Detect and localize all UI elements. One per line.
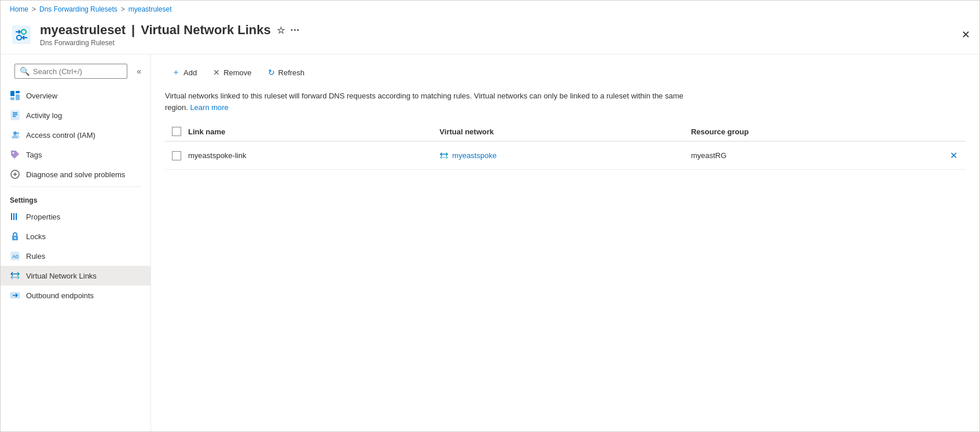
sidebar-item-vnet-links[interactable]: Virtual Network Links — [1, 266, 151, 285]
breadcrumb-home[interactable]: Home — [10, 5, 28, 13]
title-separator: | — [131, 23, 135, 38]
more-options-icon[interactable]: ··· — [291, 25, 300, 35]
properties-label: Properties — [26, 213, 60, 221]
svg-text:A0: A0 — [12, 254, 19, 259]
page-header: myeastruleset | Virtual Network Links ☆ … — [1, 18, 979, 54]
sidebar-item-activity-log[interactable]: Activity log — [1, 105, 151, 125]
overview-icon — [10, 90, 20, 101]
description-body: Virtual networks linked to this ruleset … — [165, 91, 684, 112]
table-header: Link name Virtual network Resource group — [165, 122, 966, 142]
iam-icon — [10, 130, 20, 140]
svg-rect-3 — [10, 91, 14, 96]
description-text: Virtual networks linked to this ruleset … — [165, 90, 686, 113]
dns-icon — [11, 24, 32, 45]
header-title-block: myeastruleset | Virtual Network Links ☆ … — [40, 23, 961, 47]
select-all-checkbox[interactable] — [172, 127, 181, 136]
resource-icon — [10, 23, 33, 46]
sidebar-item-diagnose[interactable]: Diagnose and solve problems — [1, 164, 151, 184]
locks-icon — [10, 231, 20, 241]
col-resource-group: Resource group — [691, 127, 942, 136]
add-label: Add — [183, 68, 197, 77]
sidebar: 🔍 « Overview Activity log — [1, 54, 151, 431]
iam-label: Access control (IAM) — [26, 131, 96, 140]
diagnose-label: Diagnose and solve problems — [26, 170, 125, 179]
main-layout: 🔍 « Overview Activity log — [1, 54, 979, 431]
svg-rect-7 — [11, 111, 19, 120]
svg-rect-18 — [13, 213, 14, 220]
breadcrumb: Home > Dns Forwarding Rulesets > myeastr… — [1, 1, 979, 18]
svg-rect-5 — [10, 97, 14, 100]
row-checkbox[interactable] — [172, 151, 181, 160]
breadcrumb-current[interactable]: myeastruleset — [129, 5, 172, 13]
delete-row-button[interactable]: ✕ — [948, 148, 960, 163]
favorite-icon[interactable]: ☆ — [277, 25, 285, 36]
sidebar-item-tags[interactable]: Tags — [1, 145, 151, 164]
vnet-link[interactable]: myeastspoke — [439, 151, 691, 160]
settings-header: Settings — [1, 189, 151, 207]
page-title: myeastruleset | Virtual Network Links ☆ … — [40, 23, 961, 38]
sidebar-item-locks[interactable]: Locks — [1, 226, 151, 246]
resource-subtitle: Dns Forwarding Ruleset — [40, 39, 961, 47]
sidebar-item-outbound[interactable]: Outbound endpoints — [1, 285, 151, 305]
resource-name: myeastruleset — [40, 23, 126, 38]
svg-rect-0 — [12, 25, 31, 44]
table: Link name Virtual network Resource group… — [165, 122, 966, 170]
remove-label: Remove — [223, 68, 251, 77]
close-button[interactable]: ✕ — [961, 28, 970, 41]
add-button[interactable]: ＋ Add — [165, 64, 204, 81]
refresh-button[interactable]: ↻ Refresh — [261, 64, 312, 80]
table-row: myeastspoke-link — [165, 142, 966, 170]
properties-icon — [10, 211, 20, 222]
svg-point-13 — [13, 152, 14, 154]
row-checkbox-col — [165, 151, 188, 160]
rules-icon: A0 — [10, 251, 20, 261]
toolbar: ＋ Add ✕ Remove ↻ Refresh — [165, 64, 966, 81]
overview-label: Overview — [26, 91, 57, 100]
breadcrumb-sep1: > — [32, 5, 36, 13]
remove-icon: ✕ — [213, 68, 220, 77]
cell-delete: ✕ — [942, 148, 966, 163]
add-icon: ＋ — [172, 67, 180, 78]
activity-log-label: Activity log — [26, 111, 62, 120]
svg-rect-19 — [16, 213, 17, 220]
sidebar-item-iam[interactable]: Access control (IAM) — [1, 125, 151, 145]
svg-rect-17 — [11, 213, 12, 220]
search-input[interactable] — [33, 67, 122, 76]
vnet-small-icon — [439, 151, 449, 160]
col-virtual-network: Virtual network — [439, 127, 691, 136]
locks-label: Locks — [26, 232, 46, 241]
sidebar-item-rules[interactable]: A0 Rules — [1, 246, 151, 266]
svg-point-21 — [14, 237, 16, 239]
cell-link-name: myeastspoke-link — [188, 151, 439, 160]
refresh-label: Refresh — [278, 68, 305, 77]
learn-more-link[interactable]: Learn more — [190, 103, 228, 112]
svg-point-12 — [17, 132, 19, 134]
tags-label: Tags — [26, 151, 42, 159]
diagnose-icon — [10, 169, 20, 180]
search-icon: 🔍 — [20, 67, 30, 76]
col-link-name: Link name — [188, 127, 439, 136]
vnet-links-icon — [10, 270, 20, 281]
tags-icon — [10, 149, 20, 160]
cell-virtual-network: myeastspoke — [439, 151, 691, 160]
section-name: Virtual Network Links — [141, 23, 271, 38]
activity-log-icon — [10, 110, 20, 120]
content-area: ＋ Add ✕ Remove ↻ Refresh Virtual network… — [151, 54, 979, 431]
svg-rect-6 — [16, 94, 20, 100]
svg-point-11 — [13, 131, 17, 135]
cell-resource-group: myeastRG — [691, 151, 942, 160]
outbound-label: Outbound endpoints — [26, 291, 94, 300]
header-checkbox-col — [165, 127, 188, 136]
breadcrumb-sep2: > — [121, 5, 125, 13]
vnet-links-label: Virtual Network Links — [26, 272, 97, 280]
breadcrumb-forwarding[interactable]: Dns Forwarding Rulesets — [39, 5, 118, 13]
sidebar-item-properties[interactable]: Properties — [1, 207, 151, 226]
outbound-icon — [10, 290, 20, 301]
remove-button[interactable]: ✕ Remove — [206, 64, 258, 80]
settings-divider — [10, 186, 141, 187]
sidebar-item-overview[interactable]: Overview — [1, 86, 151, 105]
svg-rect-4 — [16, 91, 20, 93]
search-box[interactable]: 🔍 — [14, 64, 127, 79]
collapse-button[interactable]: « — [134, 64, 144, 78]
refresh-icon: ↻ — [268, 68, 275, 77]
